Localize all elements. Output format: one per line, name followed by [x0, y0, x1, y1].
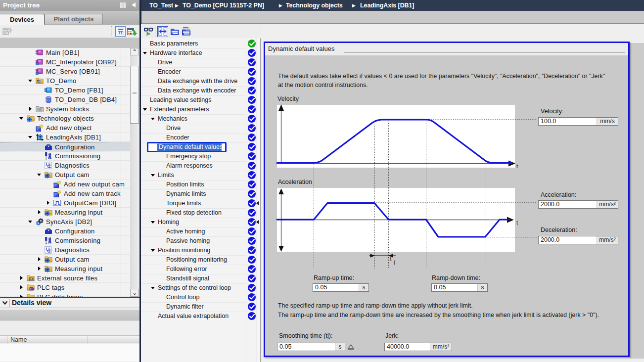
svg-text:t: t	[390, 256, 392, 262]
svg-text:t: t	[516, 220, 518, 226]
svg-text:j: j	[394, 259, 395, 265]
svg-text:t: t	[516, 163, 518, 169]
